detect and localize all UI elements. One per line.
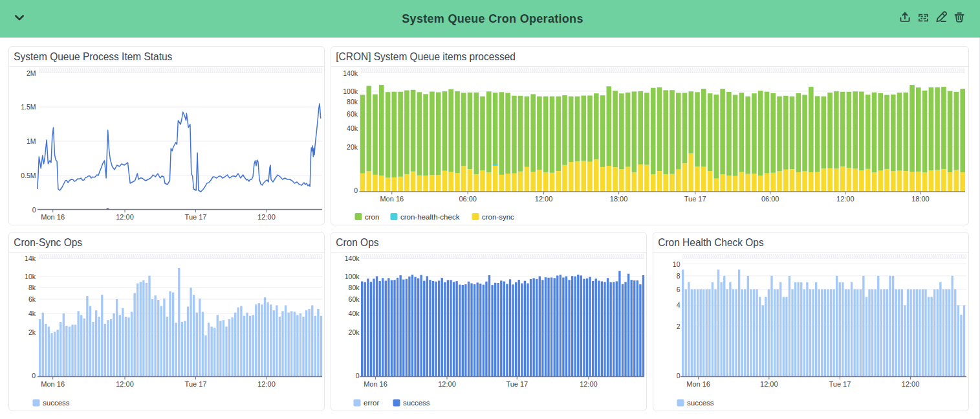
svg-text:80k: 80k <box>347 98 358 106</box>
svg-text:12:00: 12:00 <box>116 380 134 388</box>
svg-text:12:00: 12:00 <box>116 213 134 221</box>
svg-text:cron: cron <box>365 213 379 221</box>
svg-text:140k: 140k <box>345 255 360 262</box>
svg-text:12:00: 12:00 <box>438 380 456 388</box>
svg-text:12:00: 12:00 <box>535 195 553 203</box>
svg-text:12:00: 12:00 <box>760 380 778 388</box>
svg-text:error: error <box>364 399 379 407</box>
svg-text:0: 0 <box>356 372 360 379</box>
svg-text:1M: 1M <box>27 137 36 145</box>
svg-text:0: 0 <box>32 372 36 379</box>
svg-text:cron-sync: cron-sync <box>482 213 514 221</box>
svg-text:12:00: 12:00 <box>257 380 276 388</box>
svg-text:10: 10 <box>673 260 681 268</box>
svg-text:12:00: 12:00 <box>257 213 276 221</box>
svg-text:06:00: 06:00 <box>459 195 477 203</box>
svg-text:1.5M: 1.5M <box>21 103 36 111</box>
svg-text:success: success <box>403 399 430 407</box>
svg-text:100k: 100k <box>343 87 358 95</box>
svg-text:Tue 17: Tue 17 <box>185 380 207 388</box>
svg-text:06:00: 06:00 <box>761 195 779 203</box>
svg-text:60k: 60k <box>349 295 360 303</box>
svg-text:Mon 16: Mon 16 <box>364 380 387 388</box>
svg-text:80k: 80k <box>349 284 360 291</box>
svg-text:18:00: 18:00 <box>911 195 930 203</box>
svg-text:140k: 140k <box>343 69 358 77</box>
svg-text:0: 0 <box>32 206 36 214</box>
svg-text:6: 6 <box>677 286 681 293</box>
svg-text:10k: 10k <box>25 273 36 280</box>
svg-text:Tue 17: Tue 17 <box>185 213 207 221</box>
svg-text:cron-health-check: cron-health-check <box>400 213 460 221</box>
svg-text:60k: 60k <box>347 110 358 118</box>
svg-text:100k: 100k <box>345 273 360 280</box>
svg-text:2: 2 <box>677 323 681 330</box>
svg-text:Mon 16: Mon 16 <box>41 213 65 221</box>
svg-text:12:00: 12:00 <box>580 380 598 388</box>
svg-text:success: success <box>687 399 714 407</box>
svg-text:40k: 40k <box>349 310 360 317</box>
svg-text:14k: 14k <box>25 255 36 262</box>
svg-text:0: 0 <box>677 372 681 379</box>
svg-text:4: 4 <box>677 301 681 309</box>
svg-text:12:00: 12:00 <box>836 195 855 203</box>
svg-text:18:00: 18:00 <box>610 195 628 203</box>
svg-text:Tue 17: Tue 17 <box>506 380 528 388</box>
svg-text:0.5M: 0.5M <box>21 172 36 179</box>
svg-text:success: success <box>43 399 70 407</box>
svg-text:Mon 16: Mon 16 <box>41 380 65 388</box>
svg-text:2k: 2k <box>28 328 36 336</box>
svg-text:20k: 20k <box>347 143 358 151</box>
svg-text:6k: 6k <box>28 295 36 303</box>
svg-text:4k: 4k <box>28 310 36 317</box>
svg-text:2M: 2M <box>27 69 36 77</box>
svg-text:Tue 17: Tue 17 <box>684 195 706 203</box>
svg-text:Mon 16: Mon 16 <box>686 380 710 388</box>
svg-text:8: 8 <box>677 272 681 280</box>
svg-text:20k: 20k <box>349 328 360 336</box>
svg-text:Mon 16: Mon 16 <box>380 195 404 203</box>
svg-text:Tue 17: Tue 17 <box>829 380 851 388</box>
svg-text:12:00: 12:00 <box>902 380 920 388</box>
svg-text:0: 0 <box>354 187 358 194</box>
svg-text:8k: 8k <box>28 284 36 291</box>
svg-text:40k: 40k <box>347 124 358 132</box>
